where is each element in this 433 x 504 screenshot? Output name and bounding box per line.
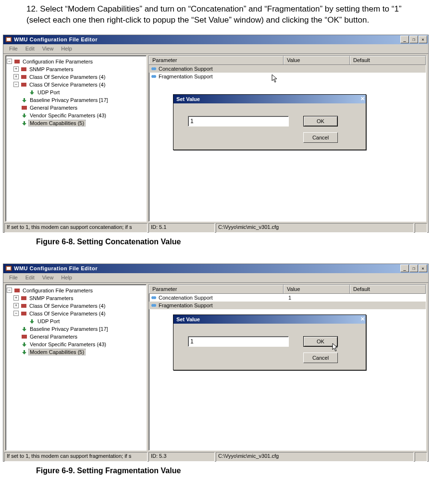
- tree-item-label: Class Of Service Parameters (4): [28, 82, 106, 88]
- folder-icon: [14, 59, 20, 64]
- status-bar: If set to 1, this modem can support conc…: [3, 223, 428, 232]
- col-value[interactable]: Value: [284, 285, 350, 293]
- dialog-close-button[interactable]: ✕: [360, 96, 365, 102]
- tree-item-label: SNMP Parameters: [28, 295, 74, 301]
- resize-grip[interactable]: [415, 452, 427, 462]
- folder-icon: [21, 311, 27, 316]
- tree-item-label: Vendor Specific Parameters (43): [29, 113, 107, 118]
- tree-panel[interactable]: − Configuration File Parameters + SNMP P…: [5, 284, 147, 451]
- tree-item-selected[interactable]: Modem Capabilities (5): [7, 119, 145, 127]
- ok-button[interactable]: OK: [303, 116, 338, 126]
- col-default[interactable]: Default: [350, 56, 426, 64]
- collapse-icon[interactable]: −: [13, 82, 19, 87]
- tree-item[interactable]: + SNMP Parameters: [7, 65, 145, 73]
- svg-rect-12: [7, 267, 11, 270]
- menu-view[interactable]: View: [38, 45, 58, 52]
- tree-item[interactable]: General Parameters: [7, 104, 145, 112]
- tree-item[interactable]: Baseline Privacy Parameters [17]: [7, 96, 145, 104]
- tree-item[interactable]: General Parameters: [7, 333, 145, 340]
- param-icon: [151, 66, 157, 72]
- col-parameter[interactable]: Parameter: [149, 56, 284, 64]
- tree-item[interactable]: UDP Port: [7, 317, 145, 325]
- menu-edit[interactable]: Edit: [22, 274, 38, 281]
- folder-icon: [21, 105, 27, 111]
- app-icon: [5, 36, 12, 43]
- col-value[interactable]: Value: [284, 56, 350, 64]
- expand-icon[interactable]: +: [13, 303, 19, 308]
- tree-item-label: Baseline Privacy Parameters [17]: [29, 326, 109, 332]
- title-text: WMU Configuration File Editor: [14, 37, 400, 42]
- tree-item-label: Baseline Privacy Parameters [17]: [29, 97, 109, 103]
- menu-help[interactable]: Help: [57, 45, 76, 52]
- maximize-button[interactable]: ❐: [409, 36, 418, 43]
- close-button[interactable]: ✕: [419, 36, 427, 43]
- tree-item-label: Class Of Service Parameters (4): [28, 74, 106, 80]
- set-value-input[interactable]: [188, 336, 289, 347]
- param-name: Fragmentation Support: [159, 74, 213, 79]
- tree-item[interactable]: + Class Of Service Parameters (4): [7, 302, 145, 310]
- parameter-panel[interactable]: Parameter Value Default Concatenation Su…: [148, 55, 426, 222]
- tree-item[interactable]: Vendor Specific Parameters (43): [7, 340, 145, 348]
- collapse-icon[interactable]: −: [7, 59, 12, 64]
- menu-file[interactable]: File: [5, 274, 22, 281]
- maximize-button[interactable]: ❐: [409, 265, 418, 272]
- svg-point-19: [153, 296, 156, 299]
- param-header: Parameter Value Default: [149, 56, 426, 65]
- menu-help[interactable]: Help: [57, 274, 76, 281]
- tree-item-label: General Parameters: [29, 334, 78, 340]
- tree-item-label: UDP Port: [37, 89, 61, 95]
- col-parameter[interactable]: Parameter: [149, 285, 284, 293]
- tree-root[interactable]: − Configuration File Parameters: [7, 58, 145, 65]
- svg-rect-1: [7, 38, 11, 41]
- cancel-button[interactable]: Cancel: [303, 353, 338, 363]
- tree-item[interactable]: Baseline Privacy Parameters [17]: [7, 325, 145, 333]
- collapse-icon[interactable]: −: [13, 311, 19, 316]
- svg-point-10: [153, 75, 156, 78]
- minimize-button[interactable]: _: [400, 36, 409, 43]
- param-row-concatenation[interactable]: Concatenation Support 1: [149, 294, 426, 302]
- tree-item-label: Class Of Service Parameters (4): [28, 311, 106, 316]
- tree-root[interactable]: − Configuration File Parameters: [7, 287, 145, 294]
- param-icon: [151, 295, 157, 301]
- tree-panel[interactable]: − Configuration File Parameters + SNMP P…: [5, 55, 147, 222]
- cancel-button[interactable]: Cancel: [303, 132, 338, 143]
- tree-item[interactable]: + SNMP Parameters: [7, 294, 145, 302]
- tree-item[interactable]: UDP Port: [7, 88, 145, 96]
- figure-caption: Figure 6-9. Setting Fragmentation Value: [36, 466, 433, 475]
- title-text: WMU Configuration File Editor: [14, 265, 400, 271]
- param-row-fragmentation[interactable]: Fragmentation Support: [149, 73, 426, 80]
- tree-item[interactable]: − Class Of Service Parameters (4): [7, 81, 145, 88]
- set-value-input[interactable]: [188, 116, 289, 126]
- menu-file[interactable]: File: [5, 45, 22, 52]
- ok-button[interactable]: OK: [303, 336, 338, 347]
- status-id: ID: 5.1: [148, 223, 215, 233]
- resize-grip[interactable]: [415, 223, 427, 233]
- leaf-icon: [21, 349, 27, 355]
- expand-icon[interactable]: +: [13, 74, 19, 79]
- editor-window-2: WMU Configuration File Editor _ ❐ ✕ File…: [3, 264, 429, 462]
- col-default[interactable]: Default: [350, 285, 426, 293]
- instruction-step: 12. Select “Modem Capabilities” and turn…: [26, 4, 414, 26]
- minimize-button[interactable]: _: [400, 265, 409, 272]
- menu-edit[interactable]: Edit: [22, 45, 38, 52]
- collapse-icon[interactable]: −: [7, 288, 12, 293]
- close-button[interactable]: ✕: [419, 265, 427, 272]
- svg-rect-4: [21, 75, 26, 79]
- tree-item[interactable]: + Class Of Service Parameters (4): [7, 73, 145, 81]
- tree-item-selected[interactable]: Modem Capabilities (5): [7, 348, 145, 356]
- dialog-close-button[interactable]: ✕: [360, 316, 365, 322]
- folder-icon: [21, 295, 27, 301]
- expand-icon[interactable]: +: [13, 66, 19, 72]
- param-row-fragmentation[interactable]: Fragmentation Support: [149, 302, 426, 309]
- tree-item[interactable]: Vendor Specific Parameters (43): [7, 112, 145, 119]
- folder-icon: [21, 82, 27, 88]
- param-name: Concatenation Support: [159, 295, 213, 301]
- parameter-panel[interactable]: Parameter Value Default Concatenation Su…: [148, 284, 426, 451]
- tree-item[interactable]: − Class Of Service Parameters (4): [7, 310, 145, 317]
- leaf-icon: [21, 97, 27, 103]
- param-icon: [151, 74, 157, 79]
- param-row-concatenation[interactable]: Concatenation Support: [149, 65, 426, 73]
- expand-icon[interactable]: +: [13, 295, 19, 301]
- folder-icon: [14, 288, 20, 293]
- menu-view[interactable]: View: [38, 274, 58, 281]
